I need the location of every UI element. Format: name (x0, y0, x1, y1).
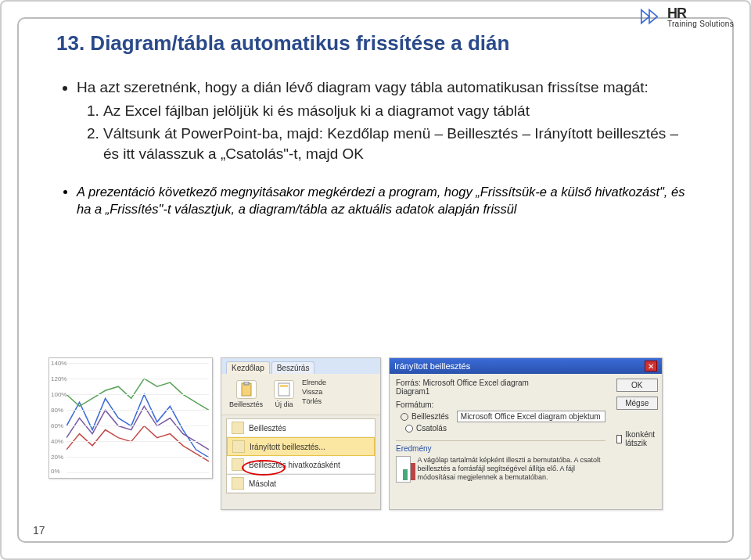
clipboard-icon (236, 380, 257, 399)
paste-icon (232, 422, 244, 434)
cancel-button[interactable]: Mégse (616, 397, 658, 410)
y-tick: 0% (51, 468, 60, 475)
result-thumb-icon (396, 456, 411, 483)
brand-logo-icon (636, 7, 663, 27)
tab-home[interactable]: Kezdőlap (226, 361, 270, 374)
y-tick: 20% (51, 454, 63, 461)
radio-paste[interactable]: Beillesztés Microsoft Office Excel diagr… (401, 411, 605, 422)
menu-item-copy[interactable]: Másolat (227, 474, 375, 493)
y-tick: 40% (51, 438, 63, 445)
dialog-titlebar: Irányított beillesztés ✕ (390, 358, 662, 374)
brand-logo: HR Training Solutions (636, 6, 734, 28)
new-slide-icon (274, 380, 294, 399)
ribbon-screenshot: Kezdőlap Beszúrás Beillesztés Új dia (221, 357, 381, 510)
close-icon[interactable]: ✕ (645, 361, 657, 372)
y-tick: 100% (51, 391, 66, 398)
chart-screenshot: 140% 120% 100% 80% 60% 40% 20% 0% (49, 357, 213, 479)
brand-logo-sub: Training Solutions (667, 20, 734, 28)
page-number: 17 (33, 524, 45, 537)
new-slide-button[interactable]: Új dia (271, 379, 297, 410)
copy-icon (232, 477, 244, 490)
menu-item-paste-special[interactable]: Irányított beillesztés... (227, 437, 375, 456)
paste-button-label: Beillesztés (229, 400, 263, 408)
icon-checkbox-label: Ikonként látszik (625, 430, 657, 447)
paste-special-dialog: Irányított beillesztés ✕ Forrás: Microso… (389, 357, 663, 510)
ok-button[interactable]: OK (616, 379, 658, 392)
menu-item-label: Másolat (249, 479, 276, 488)
icon-checkbox[interactable]: Ikonként látszik (616, 430, 658, 447)
intro-bullet: Ha azt szeretnénk, hogy a dián lévő diag… (77, 77, 695, 164)
note-bullet: A prezentáció következő megnyitásakor me… (77, 183, 695, 218)
y-tick: 120% (51, 375, 66, 382)
slide-title: 13. Diagram/tábla automatikus frissítése… (56, 31, 695, 56)
result-heading: Eredmény (396, 440, 605, 453)
highlight-ring (242, 460, 286, 476)
format-list[interactable]: Microsoft Office Excel diagram objektum (457, 411, 605, 422)
format-label: Formátum: (396, 400, 433, 409)
tab-insert[interactable]: Beszúrás (271, 361, 315, 374)
screenshot-row: 140% 120% 100% 80% 60% 40% 20% 0% Kezdől… (49, 357, 702, 510)
y-tick: 80% (51, 407, 63, 414)
step-2: Váltsunk át PowerPoint-ba, majd: Kezdőla… (103, 124, 695, 163)
intro-text: Ha azt szeretnénk, hogy a dián lévő diag… (77, 79, 649, 95)
source-label: Forrás: (396, 379, 421, 387)
ribbon-side-2[interactable]: Vissza (302, 388, 326, 396)
menu-item-paste[interactable]: Beillesztés (227, 419, 375, 437)
radio-paste-label: Beillesztés (411, 412, 449, 421)
new-slide-label: Új dia (275, 400, 293, 408)
brand-logo-main: HR (667, 6, 734, 20)
step-1: Az Excel fájlban jelöljük ki és másoljuk… (103, 101, 695, 121)
radio-link-label: Csatolás (416, 424, 447, 433)
ribbon-side-3[interactable]: Törlés (302, 397, 326, 405)
ribbon-side-1[interactable]: Elrende (302, 379, 326, 386)
svg-rect-1 (244, 382, 249, 385)
dialog-title: Irányított beillesztés (394, 361, 470, 371)
svg-rect-3 (280, 385, 288, 387)
y-tick: 140% (51, 360, 66, 367)
paste-menu: Beillesztés Irányított beillesztés... Be… (226, 418, 376, 494)
y-tick: 60% (51, 422, 63, 429)
paste-button[interactable]: Beillesztés (226, 379, 266, 410)
result-text: A vágólap tartalmát képként illeszti a b… (417, 456, 605, 483)
radio-link[interactable]: Csatolás (401, 424, 605, 433)
paste-special-icon (232, 440, 245, 453)
menu-item-label: Beillesztés (249, 424, 286, 433)
menu-item-label: Irányított beillesztés... (250, 443, 325, 451)
